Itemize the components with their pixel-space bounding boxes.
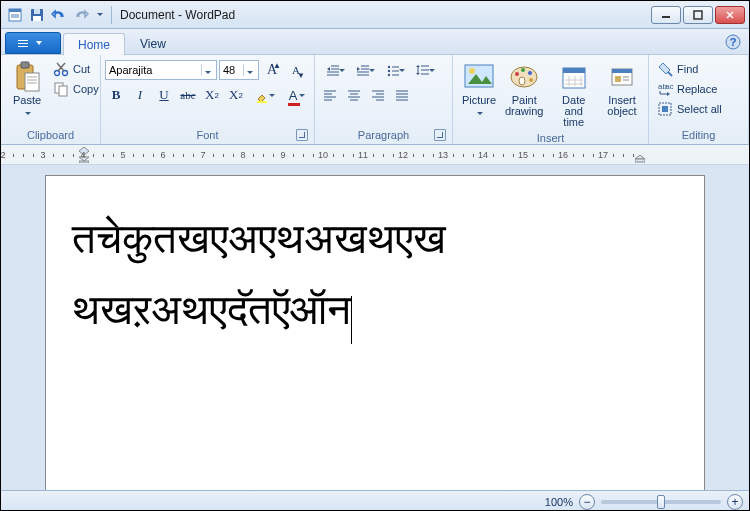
select-all-icon — [657, 101, 673, 117]
svg-point-73 — [528, 71, 532, 75]
highlight-button[interactable] — [249, 84, 277, 106]
paste-button[interactable]: Paste — [5, 57, 49, 119]
svg-marker-90 — [667, 92, 670, 96]
find-button[interactable]: Find — [653, 59, 702, 79]
object-icon — [609, 59, 635, 95]
align-right-button[interactable] — [367, 84, 389, 106]
svg-point-41 — [388, 74, 390, 76]
right-indent-marker[interactable] — [635, 155, 645, 163]
paint-drawing-button[interactable]: Paint drawing — [501, 57, 547, 119]
underline-button[interactable]: U — [153, 84, 175, 106]
font-color-button[interactable]: A — [279, 84, 307, 106]
tab-view[interactable]: View — [125, 32, 181, 54]
replace-button[interactable]: abac Replace — [653, 79, 721, 99]
align-justify-button[interactable] — [391, 84, 413, 106]
zoom-in-button[interactable]: + — [727, 494, 743, 510]
decrease-indent-button[interactable] — [319, 59, 347, 81]
app-menu-icon[interactable] — [5, 5, 25, 25]
picture-button[interactable]: Picture — [457, 57, 501, 119]
zoom-thumb[interactable] — [657, 495, 665, 509]
bold-button[interactable]: B — [105, 84, 127, 106]
svg-rect-1 — [9, 9, 21, 12]
svg-marker-38 — [357, 67, 360, 71]
svg-rect-96 — [79, 161, 89, 163]
date-time-button[interactable]: Date and time — [547, 57, 600, 130]
group-editing: Find abac Replace Select all Editing — [649, 55, 749, 144]
ribbon-tabs: Home View ? — [1, 29, 749, 55]
svg-rect-27 — [59, 86, 67, 96]
shrink-font-button[interactable]: A▼ — [285, 59, 307, 81]
svg-rect-8 — [694, 11, 702, 19]
page[interactable]: तचेकुतखएअएथअखथएख थखऱअथएदॅतऍऑन — [45, 175, 705, 490]
svg-marker-49 — [416, 65, 420, 67]
svg-rect-28 — [257, 101, 267, 103]
insert-object-button[interactable]: Insert object — [600, 57, 644, 119]
svg-marker-97 — [635, 155, 645, 159]
increase-indent-button[interactable] — [349, 59, 377, 81]
svg-rect-6 — [33, 16, 41, 21]
line-spacing-button[interactable] — [409, 59, 437, 81]
help-button[interactable]: ? — [725, 34, 741, 50]
ribbon: Paste Cut Copy Clipboard Aparajita — [1, 55, 749, 145]
file-menu-icon — [18, 38, 28, 48]
svg-point-40 — [388, 70, 390, 72]
ruler[interactable]: 234567891011121314151617 — [1, 145, 749, 165]
maximize-button[interactable] — [683, 6, 713, 24]
save-button[interactable] — [27, 5, 47, 25]
group-label-editing: Editing — [653, 127, 744, 144]
undo-button[interactable] — [49, 5, 69, 25]
paste-icon — [13, 59, 41, 95]
qat-customize-button[interactable] — [93, 5, 105, 25]
text-caret — [351, 296, 352, 344]
svg-point-72 — [521, 68, 525, 72]
strikethrough-button[interactable]: abc — [177, 84, 199, 106]
font-family-combo[interactable]: Aparajita — [105, 60, 217, 80]
redo-button[interactable] — [71, 5, 91, 25]
document-text[interactable]: तचेकुतखएअएथअखथएख थखऱअथएदॅतऍऑन — [72, 216, 446, 333]
svg-point-23 — [63, 71, 68, 76]
svg-rect-12 — [18, 43, 28, 44]
svg-rect-85 — [615, 76, 621, 82]
svg-rect-84 — [612, 69, 632, 73]
font-dialog-launcher[interactable] — [296, 129, 308, 141]
svg-marker-50 — [416, 73, 420, 75]
cut-icon — [53, 61, 69, 77]
svg-line-25 — [57, 63, 64, 71]
tab-home[interactable]: Home — [63, 33, 125, 55]
group-label-font: Font — [196, 129, 218, 141]
svg-rect-98 — [635, 159, 645, 162]
select-all-button[interactable]: Select all — [653, 99, 726, 119]
svg-rect-93 — [662, 106, 668, 112]
group-label-clipboard: Clipboard — [5, 127, 96, 144]
svg-rect-11 — [18, 40, 28, 41]
svg-point-22 — [55, 71, 60, 76]
replace-icon: abac — [657, 81, 673, 97]
window-title: Document - WordPad — [118, 8, 651, 22]
subscript-button[interactable]: X2 — [201, 84, 223, 106]
italic-button[interactable]: I — [129, 84, 151, 106]
zoom-out-button[interactable]: − — [579, 494, 595, 510]
cut-button[interactable]: Cut — [49, 59, 103, 79]
align-center-button[interactable] — [343, 84, 365, 106]
close-button[interactable] — [715, 6, 745, 24]
file-menu-button[interactable] — [5, 32, 61, 54]
superscript-button[interactable]: X2 — [225, 84, 247, 106]
font-size-combo[interactable]: 48 — [219, 60, 259, 80]
svg-point-68 — [469, 68, 475, 74]
group-clipboard: Paste Cut Copy Clipboard — [1, 55, 101, 144]
svg-marker-33 — [327, 67, 330, 71]
paint-icon — [509, 59, 539, 95]
svg-rect-17 — [21, 62, 29, 68]
find-icon — [657, 61, 673, 77]
window-controls — [651, 6, 745, 24]
grow-font-button[interactable]: A▲ — [261, 59, 283, 81]
calendar-icon — [561, 59, 587, 95]
paragraph-dialog-launcher[interactable] — [434, 129, 446, 141]
list-button[interactable] — [379, 59, 407, 81]
zoom-slider[interactable] — [601, 500, 721, 504]
align-left-button[interactable] — [319, 84, 341, 106]
svg-line-24 — [58, 63, 65, 71]
document-area[interactable]: तचेकुतखएअएथअखथएख थखऱअथएदॅतऍऑन — [1, 165, 749, 490]
minimize-button[interactable] — [651, 6, 681, 24]
copy-button[interactable]: Copy — [49, 79, 103, 99]
